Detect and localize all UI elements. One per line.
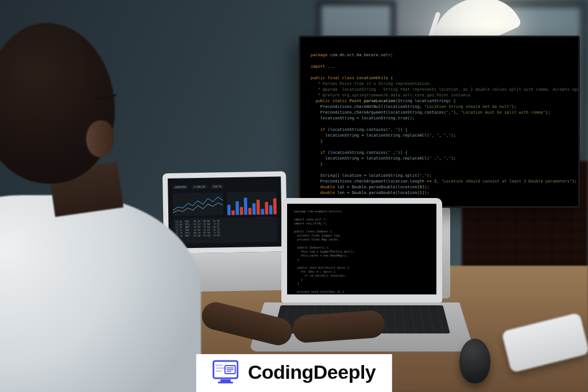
svg-rect-15 bbox=[216, 364, 223, 366]
svg-rect-8 bbox=[261, 209, 264, 215]
svg-rect-1 bbox=[231, 211, 235, 215]
svg-rect-10 bbox=[269, 205, 272, 215]
svg-rect-6 bbox=[252, 203, 256, 215]
laptop-right-code-editor: package com.example.service; import java… bbox=[281, 198, 442, 302]
svg-rect-2 bbox=[235, 201, 239, 215]
svg-rect-5 bbox=[248, 208, 252, 215]
svg-rect-17 bbox=[216, 370, 222, 372]
brand-name: CodingDeeply bbox=[248, 361, 376, 383]
brand-logo-icon bbox=[212, 360, 239, 384]
computer-mouse bbox=[459, 339, 490, 383]
brand-watermark: CodingDeeply bbox=[196, 354, 392, 392]
svg-rect-13 bbox=[220, 379, 231, 382]
svg-rect-9 bbox=[265, 202, 268, 215]
svg-rect-4 bbox=[243, 197, 247, 215]
external-monitor-code-editor: package com.dn.oct.bm.becore.solr; impor… bbox=[299, 36, 580, 208]
dashboard-bar-chart bbox=[226, 192, 277, 216]
person-developer bbox=[0, 23, 201, 390]
svg-rect-7 bbox=[256, 200, 260, 215]
svg-rect-0 bbox=[227, 205, 230, 215]
svg-rect-11 bbox=[273, 199, 276, 215]
laptop-right: package com.example.service; import java… bbox=[281, 198, 459, 371]
svg-rect-3 bbox=[239, 207, 243, 215]
dashboard-stat: 328.10 bbox=[211, 184, 224, 188]
svg-rect-14 bbox=[218, 382, 233, 383]
